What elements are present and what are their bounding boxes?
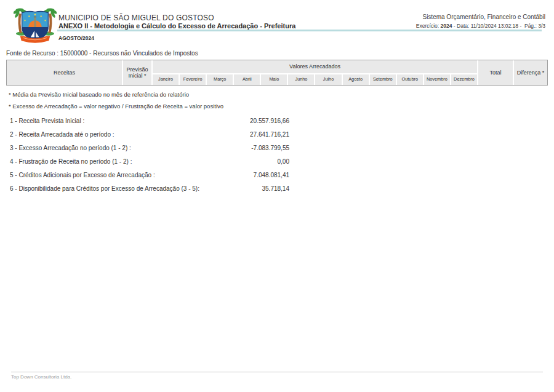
summary-row-6: 6 - Disponibilidade para Créditos por Ex… (10, 182, 289, 195)
header-accent-rule (57, 30, 542, 31)
month-column-marco: Março (206, 73, 233, 85)
exercise-year: 2024 (441, 23, 452, 29)
month-column-agosto: Agosto (342, 73, 369, 85)
month-column-janeiro: Janeiro (151, 73, 179, 85)
column-receitas: Receitas (7, 60, 122, 85)
report-page: { "header": { "municipality": "MUNICIPIO… (0, 0, 554, 392)
month-column-novembro: Novembro (423, 73, 450, 85)
summary-value: 7.048.081,41 (254, 172, 289, 178)
summary-label: 5 - Créditos Adicionais por Excesso de A… (10, 172, 155, 178)
column-total: Total (477, 60, 513, 85)
column-previsao-inicial: Previsão Inicial * (122, 60, 151, 85)
column-group-valores-arrecadados: Valores Arrecadados (151, 60, 477, 73)
note-media-previsao: * Média da Previsão Inicial baseado no m… (9, 91, 189, 98)
system-name: Sistema Orçamentário, Financeiro e Contá… (416, 14, 545, 20)
exercise-label: Exercício: (416, 23, 441, 29)
summary-row-1: 1 - Receita Prevista Inicial : 20.557.91… (10, 114, 289, 127)
month-column-maio: Maio (260, 73, 287, 85)
month-column-junho: Junho (287, 73, 314, 85)
revenues-table-header: Receitas Previsão Inicial * Valores Arre… (6, 60, 548, 86)
report-period: AGOSTO/2024 (58, 35, 94, 41)
report-meta-line: Exercício: 2024 - Data: 11/10/2024 13:02… (416, 23, 545, 29)
note-excesso-frustracao: * Excesso de Arrecadação = valor negativ… (9, 103, 223, 110)
footer-divider (11, 372, 543, 372)
month-column-fevereiro: Fevereiro (179, 73, 206, 85)
summary-value: 20.557.916,66 (250, 118, 289, 124)
summary-row-4: 4 - Frustração de Receita no período (1 … (10, 154, 289, 168)
summary-label: 4 - Frustração de Receita no período (1 … (10, 158, 132, 165)
summary-calculations: 1 - Receita Prevista Inicial : 20.557.91… (10, 114, 289, 195)
summary-label: 1 - Receita Prevista Inicial : (10, 118, 84, 124)
month-column-julho: Julho (314, 73, 341, 85)
report-title: ANEXO II - Metodologia e Cálculo do Exce… (58, 22, 295, 30)
summary-value: 27.641.716,21 (250, 131, 289, 138)
month-column-outubro: Outubro (396, 73, 423, 85)
summary-value: -7.083.799,55 (251, 145, 289, 151)
summary-value: 0,00 (278, 158, 289, 165)
month-column-setembro: Setembro (369, 73, 396, 85)
summary-label: 2 - Receita Arrecadada até o período : (10, 131, 114, 138)
municipality-coat-of-arms-icon (14, 6, 57, 46)
footer-company: Top Down Consultoria Ltda. (11, 374, 71, 380)
date-page-info: - Data: 11/10/2024 13:02:18 - Pág.: 3/3 (452, 23, 545, 29)
month-column-dezembro: Dezembro (450, 73, 477, 85)
column-diferenca: Diferença * (513, 60, 547, 85)
municipality-name: MUNICIPIO DE SÃO MIGUEL DO GOSTOSO (58, 14, 214, 22)
summary-value: 35.718,14 (262, 185, 290, 192)
summary-label: 6 - Disponibilidade para Créditos por Ex… (10, 185, 199, 192)
month-column-abril: Abril (233, 73, 260, 85)
summary-row-5: 5 - Créditos Adicionais por Excesso de A… (10, 168, 289, 182)
fonte-de-recurso-line: Fonte de Recurso : 15000000 - Recursos n… (6, 50, 198, 57)
system-info-block: Sistema Orçamentário, Financeiro e Contá… (416, 14, 545, 29)
summary-row-2: 2 - Receita Arrecadada até o período : 2… (10, 127, 289, 141)
summary-row-3: 3 - Excesso Arrecadação no período (1 - … (10, 141, 289, 154)
summary-label: 3 - Excesso Arrecadação no período (1 - … (10, 145, 131, 151)
